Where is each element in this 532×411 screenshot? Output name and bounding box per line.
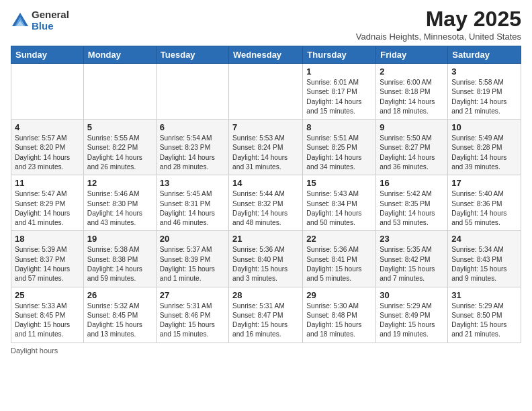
day-number: 21 bbox=[232, 234, 299, 244]
day-info: Sunrise: 5:34 AM Sunset: 8:43 PM Dayligh… bbox=[451, 245, 517, 283]
logo: General Blue bbox=[11, 9, 69, 32]
week-row-2: 11Sunrise: 5:47 AM Sunset: 8:29 PM Dayli… bbox=[11, 175, 521, 231]
day-number: 5 bbox=[87, 122, 152, 132]
day-cell: 2Sunrise: 6:00 AM Sunset: 8:18 PM Daylig… bbox=[376, 64, 448, 120]
calendar-table: SundayMondayTuesdayWednesdayThursdayFrid… bbox=[11, 46, 521, 343]
day-cell: 5Sunrise: 5:55 AM Sunset: 8:22 PM Daylig… bbox=[83, 120, 156, 175]
day-number: 24 bbox=[451, 234, 517, 244]
day-cell: 9Sunrise: 5:50 AM Sunset: 8:27 PM Daylig… bbox=[376, 120, 448, 175]
day-cell: 29Sunrise: 5:30 AM Sunset: 8:48 PM Dayli… bbox=[303, 287, 376, 342]
day-number: 22 bbox=[306, 234, 372, 244]
header-monday: Monday bbox=[83, 46, 156, 64]
day-number: 19 bbox=[87, 234, 152, 244]
day-number: 6 bbox=[160, 122, 225, 132]
day-info: Sunrise: 5:54 AM Sunset: 8:23 PM Dayligh… bbox=[160, 134, 225, 172]
day-number: 31 bbox=[451, 290, 517, 300]
day-number: 7 bbox=[232, 122, 299, 132]
day-number: 29 bbox=[306, 290, 372, 300]
day-number: 4 bbox=[15, 122, 80, 132]
logo-blue-text: Blue bbox=[32, 21, 69, 32]
header: General Blue May 2025 Vadnais Heights, M… bbox=[11, 7, 521, 42]
day-info: Sunrise: 5:49 AM Sunset: 8:28 PM Dayligh… bbox=[451, 134, 517, 172]
day-number: 18 bbox=[15, 234, 80, 244]
day-info: Sunrise: 5:58 AM Sunset: 8:19 PM Dayligh… bbox=[451, 78, 517, 116]
day-cell: 6Sunrise: 5:54 AM Sunset: 8:23 PM Daylig… bbox=[156, 120, 228, 175]
logo-icon bbox=[11, 11, 30, 30]
day-number: 1 bbox=[306, 66, 372, 77]
week-row-4: 25Sunrise: 5:33 AM Sunset: 8:45 PM Dayli… bbox=[11, 287, 521, 342]
day-cell: 12Sunrise: 5:46 AM Sunset: 8:30 PM Dayli… bbox=[83, 175, 156, 231]
day-info: Sunrise: 5:50 AM Sunset: 8:27 PM Dayligh… bbox=[380, 134, 444, 172]
day-cell: 27Sunrise: 5:31 AM Sunset: 8:46 PM Dayli… bbox=[156, 287, 228, 342]
header-thursday: Thursday bbox=[303, 46, 376, 64]
day-info: Sunrise: 5:33 AM Sunset: 8:45 PM Dayligh… bbox=[15, 302, 80, 340]
week-row-3: 18Sunrise: 5:39 AM Sunset: 8:37 PM Dayli… bbox=[11, 231, 521, 287]
day-info: Sunrise: 5:32 AM Sunset: 8:45 PM Dayligh… bbox=[87, 302, 152, 340]
day-cell: 19Sunrise: 5:38 AM Sunset: 8:38 PM Dayli… bbox=[83, 231, 156, 287]
day-cell: 14Sunrise: 5:44 AM Sunset: 8:32 PM Dayli… bbox=[229, 175, 303, 231]
day-cell bbox=[156, 64, 228, 120]
day-cell: 18Sunrise: 5:39 AM Sunset: 8:37 PM Dayli… bbox=[11, 231, 84, 287]
day-cell: 24Sunrise: 5:34 AM Sunset: 8:43 PM Dayli… bbox=[448, 231, 521, 287]
day-info: Sunrise: 5:47 AM Sunset: 8:29 PM Dayligh… bbox=[15, 189, 80, 228]
day-number: 8 bbox=[306, 122, 372, 132]
day-number: 27 bbox=[160, 290, 225, 300]
header-wednesday: Wednesday bbox=[229, 46, 303, 64]
day-info: Sunrise: 5:51 AM Sunset: 8:25 PM Dayligh… bbox=[306, 134, 372, 172]
day-cell bbox=[11, 64, 84, 120]
day-cell: 15Sunrise: 5:43 AM Sunset: 8:34 PM Dayli… bbox=[303, 175, 376, 231]
day-info: Sunrise: 5:42 AM Sunset: 8:35 PM Dayligh… bbox=[380, 189, 444, 228]
day-info: Sunrise: 5:31 AM Sunset: 8:47 PM Dayligh… bbox=[232, 302, 299, 340]
day-number: 28 bbox=[232, 290, 299, 300]
week-row-1: 4Sunrise: 5:57 AM Sunset: 8:20 PM Daylig… bbox=[11, 120, 521, 175]
day-cell: 7Sunrise: 5:53 AM Sunset: 8:24 PM Daylig… bbox=[229, 120, 303, 175]
day-number: 15 bbox=[306, 178, 372, 188]
day-number: 30 bbox=[380, 290, 444, 300]
day-cell: 30Sunrise: 5:29 AM Sunset: 8:49 PM Dayli… bbox=[376, 287, 448, 342]
day-number: 17 bbox=[451, 178, 517, 188]
day-info: Sunrise: 5:36 AM Sunset: 8:41 PM Dayligh… bbox=[306, 245, 372, 283]
day-info: Sunrise: 5:55 AM Sunset: 8:22 PM Dayligh… bbox=[87, 134, 152, 172]
day-cell: 25Sunrise: 5:33 AM Sunset: 8:45 PM Dayli… bbox=[11, 287, 84, 342]
day-info: Sunrise: 5:45 AM Sunset: 8:31 PM Dayligh… bbox=[160, 189, 225, 228]
day-info: Sunrise: 6:00 AM Sunset: 8:18 PM Dayligh… bbox=[380, 78, 444, 116]
day-cell: 28Sunrise: 5:31 AM Sunset: 8:47 PM Dayli… bbox=[229, 287, 303, 342]
header-friday: Friday bbox=[376, 46, 448, 64]
title-block: May 2025 Vadnais Heights, Minnesota, Uni… bbox=[356, 7, 521, 42]
day-cell bbox=[83, 64, 156, 120]
header-saturday: Saturday bbox=[448, 46, 521, 64]
day-number: 11 bbox=[15, 178, 80, 188]
day-info: Sunrise: 5:57 AM Sunset: 8:20 PM Dayligh… bbox=[15, 134, 80, 172]
page: General Blue May 2025 Vadnais Heights, M… bbox=[0, 0, 532, 361]
day-number: 23 bbox=[380, 234, 444, 244]
day-info: Sunrise: 6:01 AM Sunset: 8:17 PM Dayligh… bbox=[306, 78, 372, 116]
day-cell: 20Sunrise: 5:37 AM Sunset: 8:39 PM Dayli… bbox=[156, 231, 228, 287]
location: Vadnais Heights, Minnesota, United State… bbox=[356, 32, 521, 42]
day-info: Sunrise: 5:31 AM Sunset: 8:46 PM Dayligh… bbox=[160, 302, 225, 340]
day-cell bbox=[229, 64, 303, 120]
day-number: 10 bbox=[451, 122, 517, 132]
day-info: Sunrise: 5:39 AM Sunset: 8:37 PM Dayligh… bbox=[15, 245, 80, 283]
day-cell: 4Sunrise: 5:57 AM Sunset: 8:20 PM Daylig… bbox=[11, 120, 84, 175]
day-cell: 13Sunrise: 5:45 AM Sunset: 8:31 PM Dayli… bbox=[156, 175, 228, 231]
day-cell: 17Sunrise: 5:40 AM Sunset: 8:36 PM Dayli… bbox=[448, 175, 521, 231]
day-number: 20 bbox=[160, 234, 225, 244]
day-cell: 11Sunrise: 5:47 AM Sunset: 8:29 PM Dayli… bbox=[11, 175, 84, 231]
logo-text: General Blue bbox=[32, 9, 69, 32]
header-sunday: Sunday bbox=[11, 46, 84, 64]
day-info: Sunrise: 5:43 AM Sunset: 8:34 PM Dayligh… bbox=[306, 189, 372, 228]
day-number: 13 bbox=[160, 178, 225, 188]
day-cell: 22Sunrise: 5:36 AM Sunset: 8:41 PM Dayli… bbox=[303, 231, 376, 287]
header-row: SundayMondayTuesdayWednesdayThursdayFrid… bbox=[11, 46, 521, 64]
day-info: Sunrise: 5:53 AM Sunset: 8:24 PM Dayligh… bbox=[232, 134, 299, 172]
day-cell: 26Sunrise: 5:32 AM Sunset: 8:45 PM Dayli… bbox=[83, 287, 156, 342]
day-info: Sunrise: 5:35 AM Sunset: 8:42 PM Dayligh… bbox=[380, 245, 444, 283]
day-number: 9 bbox=[380, 122, 444, 132]
day-cell: 23Sunrise: 5:35 AM Sunset: 8:42 PM Dayli… bbox=[376, 231, 448, 287]
day-cell: 8Sunrise: 5:51 AM Sunset: 8:25 PM Daylig… bbox=[303, 120, 376, 175]
week-row-0: 1Sunrise: 6:01 AM Sunset: 8:17 PM Daylig… bbox=[11, 64, 521, 120]
day-number: 3 bbox=[451, 66, 517, 77]
day-info: Sunrise: 5:37 AM Sunset: 8:39 PM Dayligh… bbox=[160, 245, 225, 283]
day-cell: 31Sunrise: 5:29 AM Sunset: 8:50 PM Dayli… bbox=[448, 287, 521, 342]
day-cell: 10Sunrise: 5:49 AM Sunset: 8:28 PM Dayli… bbox=[448, 120, 521, 175]
